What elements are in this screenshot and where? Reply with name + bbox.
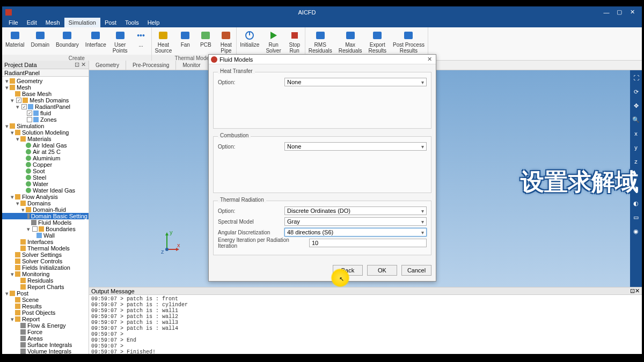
view-x-icon[interactable]: x [632,129,640,138]
collapse-icon[interactable]: ▾ [4,123,10,130]
run-solver-button[interactable]: Run Solver [262,28,284,55]
heat-pipe-button[interactable]: Heat Pipe [216,28,236,55]
tree-item[interactable]: ▾Domains [2,200,89,206]
surface-icon[interactable]: ▭ [632,213,640,221]
tree-item[interactable]: ▾Mesh [2,84,89,91]
user-points-button[interactable]: User Points [109,28,131,55]
fan-button[interactable]: Fan [175,28,195,55]
more-button[interactable]: •••... [131,28,151,55]
shaded-icon[interactable]: ◐ [632,199,640,208]
tree-checkbox[interactable] [27,117,32,122]
tree-item[interactable]: Water Ideal Gas [2,187,89,194]
radiation-option-dropdown[interactable]: Discrete Ordinates (DO) [284,206,427,215]
tree-item[interactable]: Residuals [2,277,89,284]
energy-iteration-input[interactable]: 10 [309,239,427,247]
minimize-button[interactable]: — [600,8,613,17]
tree-item[interactable]: Base Mesh [2,91,89,97]
menu-mesh[interactable]: Mesh [41,18,64,27]
tab-pre-processing[interactable]: Pre-Processing [126,61,176,70]
output-close-icon[interactable]: ✕ [635,287,640,294]
tree-item[interactable]: Areas [2,335,89,342]
tree-item[interactable]: ▾Domain-fluid [2,206,89,213]
boundary-button[interactable]: Boundary [53,28,82,55]
tree-item[interactable]: Thermal Models [2,245,89,252]
output-log[interactable]: 09:59:07 > patch is : front 09:59:07 > p… [89,295,642,354]
heat-source-button[interactable]: Heat Source [152,28,175,55]
tree-item[interactable]: Air at 25 C [2,149,89,155]
panel-pin-icon[interactable]: ⊡ [74,61,80,68]
tree-item[interactable]: Surface Integrals [2,342,89,348]
collapse-icon[interactable]: ▾ [10,97,15,104]
tree-item[interactable]: Results [2,303,89,309]
tree-item[interactable]: Scene [2,297,89,303]
menu-tools[interactable]: Tools [121,18,143,27]
collapse-icon[interactable]: ▾ [4,290,10,297]
zoom-icon[interactable]: 🔍 [632,115,640,124]
project-tree[interactable]: ▾Geometry▾MeshBase Mesh▾Mesh Domains▾Rad… [2,77,89,354]
dialog-close-icon[interactable]: ✕ [425,56,434,63]
rotate-icon[interactable]: ⟳ [632,87,640,96]
tree-item[interactable]: Solver Settings [2,252,89,258]
panel-close-icon[interactable]: ✕ [80,61,86,68]
pan-icon[interactable]: ✥ [632,101,640,110]
collapse-icon[interactable]: ▾ [10,316,15,323]
tree-checkbox[interactable] [21,104,27,109]
angular-discretization-dropdown[interactable]: 48 directions (S6) [284,228,427,237]
ok-button[interactable]: OK [367,265,397,276]
tree-checkbox[interactable] [16,98,21,103]
pcb-button[interactable]: PCB [195,28,216,55]
back-button[interactable]: Back [333,265,363,276]
menu-post[interactable]: Post [100,18,121,27]
tree-item[interactable]: Flow & Energy [2,322,89,329]
screenshot-icon[interactable]: ◉ [632,227,640,235]
view-y-icon[interactable]: y [632,143,640,152]
stop-run-button[interactable]: Stop Run [284,28,305,55]
domain-button[interactable]: Domain [28,28,53,55]
menu-simulation[interactable]: Simulation [64,18,100,27]
material-button[interactable]: Material [2,28,28,55]
tree-item[interactable]: Copper [2,161,89,168]
interface-button[interactable]: Interface [82,28,109,55]
tree-item[interactable]: Interfaces [2,239,89,245]
heat-transfer-option-dropdown[interactable]: None [284,78,427,86]
tab-monitor[interactable]: Monitor [176,61,207,70]
tree-checkbox[interactable] [27,110,32,116]
collapse-icon[interactable]: ▾ [10,271,15,278]
cancel-button[interactable]: Cancel [401,265,431,276]
collapse-icon[interactable]: ▾ [4,84,10,91]
tree-item[interactable]: ▾Materials [2,136,89,142]
close-button[interactable]: ✕ [626,8,639,17]
collapse-icon[interactable]: ▾ [15,104,20,110]
tree-item[interactable]: Post Objects [2,309,89,316]
tree-item[interactable]: Soot [2,168,89,174]
tree-item[interactable]: ▾Boundaries [2,226,89,232]
tree-item[interactable]: ▾Post [2,290,89,297]
fit-view-icon[interactable]: ⛶ [632,73,640,82]
menu-file[interactable]: File [4,18,23,27]
tree-item[interactable]: ▾Mesh Domains [2,97,89,104]
tree-item[interactable]: ▾Flow Analysis [2,194,89,200]
tree-item[interactable]: fluid [2,110,89,116]
tab-geometry[interactable]: Geometry [89,61,126,70]
output-pin-icon[interactable]: ⊡ [630,287,635,294]
tree-item[interactable]: Domain Basic Setting [2,213,89,219]
collapse-icon[interactable]: ▾ [10,129,15,136]
tree-item[interactable]: Steel [2,174,89,181]
tree-item[interactable]: ▾Simulation [2,123,89,129]
collapse-icon[interactable]: ▾ [15,200,20,207]
tree-item[interactable]: ▾Solution Modeling [2,129,89,136]
collapse-icon[interactable]: ▾ [26,226,31,233]
tree-item[interactable]: Air Ideal Gas [2,142,89,149]
tree-item[interactable]: ▾Monitoring [2,271,89,277]
tree-item[interactable]: Solver Controls [2,258,89,264]
tree-checkbox[interactable] [32,226,38,232]
tree-item[interactable]: ▾Geometry [2,78,89,84]
dialog-titlebar[interactable]: Fluid Models ✕ [209,55,436,64]
tree-item[interactable]: Wall [2,232,89,239]
tree-item[interactable]: ▾RadiantPanel [2,104,89,110]
collapse-icon[interactable]: ▾ [10,194,15,201]
tree-item[interactable]: Force [2,329,89,335]
tree-item[interactable]: Volume Integrals [2,348,89,354]
maximize-button[interactable]: ▢ [613,8,626,17]
menu-help[interactable]: Help [143,18,164,27]
